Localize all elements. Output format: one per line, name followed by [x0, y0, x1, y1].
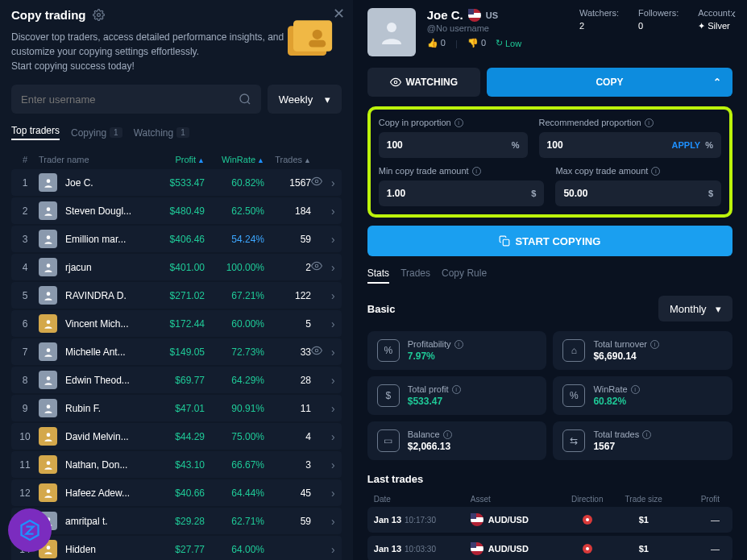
- trader-row[interactable]: 9 Rubin F. $47.01 90.91% 11 ›: [11, 395, 342, 421]
- trader-row[interactable]: 2 Steven Dougl... $480.49 62.50% 184 ›: [11, 197, 342, 224]
- info-icon[interactable]: i: [645, 118, 654, 127]
- max-amount-input[interactable]: $: [555, 180, 721, 206]
- subtab-trades[interactable]: Trades: [400, 268, 430, 284]
- profit-value: $533.47: [151, 177, 205, 189]
- tab-top-traders[interactable]: Top traders: [11, 125, 60, 140]
- tab-watching[interactable]: Watching1: [134, 125, 189, 140]
- trader-row[interactable]: 8 Edwin Theod... $69.77 64.29% 28 ›: [11, 367, 342, 393]
- watching-icon: [311, 345, 322, 359]
- trades-value: 45: [264, 487, 311, 499]
- col-profit[interactable]: Profit▲: [151, 155, 205, 164]
- watching-button[interactable]: WATCHING: [367, 68, 480, 97]
- trader-name: RAVINDRA D.: [65, 290, 127, 301]
- trader-row[interactable]: 14 Hidden $27.77 64.00% ›: [11, 536, 342, 560]
- chevron-right-icon: ›: [331, 261, 335, 274]
- svg-rect-4: [309, 40, 326, 48]
- trader-row[interactable]: 12 Hafeez Adew... $40.66 64.44% 45 ›: [11, 479, 342, 506]
- trade-row[interactable]: Jan 1310:03:30 AUD/USD $1 —: [367, 536, 732, 560]
- gear-icon[interactable]: [93, 9, 105, 21]
- chart-icon: ⇆: [562, 429, 585, 452]
- avatar: [39, 399, 57, 417]
- profit-value: $149.05: [151, 346, 205, 358]
- direction-down-icon: [583, 515, 592, 525]
- chevron-right-icon: ›: [331, 402, 335, 415]
- card-total-profit: $Total profiti$533.47: [367, 376, 547, 415]
- subtab-stats[interactable]: Stats: [367, 268, 389, 284]
- tab-copying[interactable]: Copying1: [71, 125, 122, 140]
- min-amount-input[interactable]: $: [379, 180, 545, 206]
- profit-value: $47.01: [151, 403, 205, 414]
- trader-row[interactable]: 11 Nathan, Don... $43.10 66.67% 3 ›: [11, 451, 342, 478]
- chevron-up-icon: ⌃: [713, 77, 721, 88]
- avatar: [39, 455, 57, 474]
- info-icon[interactable]: i: [650, 340, 659, 349]
- recommended-proportion-input[interactable]: APPLY%: [539, 132, 721, 158]
- trades-value: 28: [264, 375, 311, 386]
- info-icon[interactable]: i: [631, 385, 640, 394]
- chevron-down-icon: ▾: [716, 303, 721, 315]
- upvote[interactable]: 👍 0: [427, 38, 446, 48]
- trader-row[interactable]: 5 RAVINDRA D. $271.02 67.21% 122 ›: [11, 282, 342, 309]
- trader-row[interactable]: 6 Vincent Mich... $172.44 60.00% 5 ›: [11, 310, 342, 337]
- avatar: [39, 201, 57, 220]
- info-icon[interactable]: i: [452, 385, 461, 394]
- card-total-trades: ⇆Total tradesi1567: [553, 421, 732, 460]
- trade-row[interactable]: Jan 1310:17:30 AUD/USD $1 —: [367, 507, 732, 533]
- trader-row[interactable]: 1 Joe C. $533.47 60.82% 1567 ›: [11, 169, 342, 196]
- svg-point-24: [387, 23, 396, 32]
- trader-name: Hidden: [65, 544, 96, 555]
- eye-icon: [390, 77, 401, 88]
- profit-value: $27.77: [151, 544, 205, 555]
- svg-rect-26: [504, 239, 510, 246]
- profit-value: $480.49: [151, 205, 205, 217]
- svg-point-20: [46, 461, 50, 465]
- info-icon[interactable]: i: [651, 167, 660, 176]
- trader-row[interactable]: 4 rjacun $401.00 100.00% 2 ›: [11, 254, 342, 280]
- search-input[interactable]: [11, 85, 261, 114]
- winrate-value: 75.00%: [205, 431, 264, 442]
- col-trades[interactable]: Trades▲: [264, 155, 311, 164]
- copy-button[interactable]: COPY ⌃: [487, 68, 732, 97]
- monthly-dropdown[interactable]: Monthly▾: [658, 296, 732, 321]
- brand-logo[interactable]: [8, 508, 52, 552]
- info-icon[interactable]: i: [443, 430, 452, 439]
- chevron-right-icon: ›: [331, 487, 335, 500]
- trader-name: Edwin Theod...: [65, 375, 130, 386]
- trades-value: 3: [264, 459, 311, 471]
- trader-row[interactable]: 10 David Melvin... $44.29 75.00% 4 ›: [11, 423, 342, 450]
- winrate-value: 60.82%: [205, 177, 264, 189]
- info-icon[interactable]: i: [454, 340, 463, 349]
- info-icon[interactable]: i: [454, 118, 463, 127]
- direction-down-icon: [583, 544, 592, 554]
- svg-point-23: [46, 545, 50, 550]
- trades-value: 1567: [264, 177, 311, 189]
- trader-name: Vincent Mich...: [65, 318, 128, 330]
- svg-point-14: [46, 320, 50, 324]
- profit-value: $40.66: [151, 487, 205, 499]
- col-winrate[interactable]: WinRate▲: [205, 155, 264, 164]
- back-icon[interactable]: ‹: [732, 6, 736, 21]
- start-copying-button[interactable]: START COPYING: [367, 226, 732, 256]
- svg-point-18: [46, 404, 50, 409]
- winrate-value: 60.00%: [205, 318, 264, 330]
- subtab-copy-rule[interactable]: Copy Rule: [442, 268, 487, 284]
- apply-button[interactable]: APPLY: [672, 140, 701, 150]
- followers-count: 0: [638, 21, 679, 31]
- flag-icon: [471, 513, 483, 526]
- trader-row[interactable]: 7 Michelle Ant... $149.05 72.73% 33 ›: [11, 338, 342, 365]
- downvote[interactable]: 👎 0: [467, 38, 486, 48]
- trader-name: Nathan, Don...: [65, 459, 127, 471]
- trader-row[interactable]: 13 amritpal t. $29.28 62.71% 59 ›: [11, 508, 342, 534]
- profit-value: $406.46: [151, 234, 205, 245]
- info-icon[interactable]: i: [642, 430, 651, 439]
- svg-point-19: [46, 433, 50, 437]
- copy-proportion-input[interactable]: %: [379, 132, 528, 158]
- trader-row[interactable]: 3 Emillion mar... $406.46 54.24% 59 ›: [11, 226, 342, 252]
- percent-icon: %: [377, 339, 400, 362]
- period-dropdown[interactable]: Weekly ▾: [268, 85, 342, 114]
- sort-icon: ▲: [257, 156, 264, 164]
- chevron-right-icon: ›: [331, 205, 335, 218]
- section-last-trades: Last trades: [367, 473, 732, 485]
- info-icon[interactable]: i: [472, 167, 481, 176]
- trader-name: David Melvin...: [65, 431, 129, 442]
